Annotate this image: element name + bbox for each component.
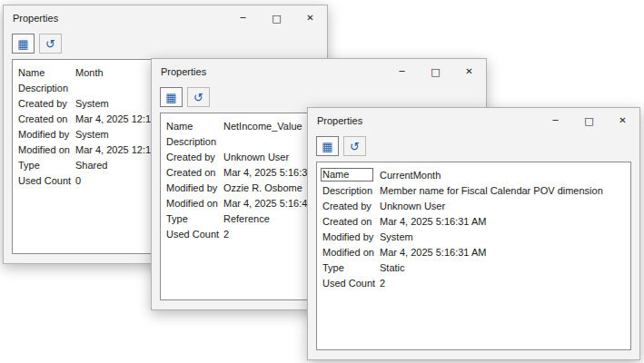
property-label: Modified on (320, 247, 380, 258)
window-controls: ─ □ ✕ (226, 5, 327, 31)
property-label: Used Count (15, 175, 75, 186)
history-icon[interactable]: ↺ (39, 34, 62, 54)
property-row[interactable]: Modified bySystem (320, 229, 628, 244)
maximize-icon[interactable]: □ (419, 59, 452, 84)
property-row[interactable]: Modified onMar 4, 2025 5:16:31 AM (320, 244, 628, 260)
property-label: Used Count (320, 278, 380, 289)
history-icon[interactable]: ↺ (187, 87, 210, 107)
properties-panel: NameCurrentMonth DescriptionMember name … (316, 162, 631, 350)
property-value[interactable]: Static (380, 262, 628, 273)
property-row[interactable]: Created onMar 4, 2025 5:16:31 AM (320, 213, 628, 229)
property-label: Description (163, 136, 223, 147)
property-row[interactable]: TypeStatic (320, 260, 628, 275)
close-icon[interactable]: ✕ (452, 59, 486, 84)
property-value[interactable]: System (380, 231, 628, 242)
property-label: Modified by (320, 231, 380, 242)
history-icon[interactable]: ↺ (343, 136, 366, 156)
property-row[interactable]: DescriptionMember name for Fiscal Calend… (320, 182, 628, 198)
toolbar: ▦ ↺ (308, 133, 639, 159)
property-label: Created on (163, 167, 223, 178)
property-value[interactable]: Mar 4, 2025 5:16:31 AM (380, 216, 628, 227)
window-title: Properties (317, 115, 362, 126)
property-label: Modified by (163, 182, 223, 193)
maximize-icon[interactable]: □ (260, 5, 293, 31)
property-value[interactable]: Member name for Fiscal Calendar POV dime… (380, 185, 628, 196)
property-value[interactable]: CurrentMonth (380, 170, 628, 181)
window-title: Properties (161, 66, 206, 77)
property-label: Modified on (163, 198, 223, 209)
property-label: Description (15, 83, 75, 93)
property-label: Name (163, 121, 223, 132)
close-icon[interactable]: ✕ (293, 5, 327, 31)
titlebar[interactable]: Properties ─ □ ✕ (4, 5, 327, 31)
property-label: Created on (320, 216, 380, 227)
property-value[interactable]: Mar 4, 2025 5:16:31 AM (380, 247, 628, 258)
property-label: Description (320, 185, 380, 196)
property-label: Created by (320, 201, 380, 211)
toolbar: ▦ ↺ (152, 84, 486, 110)
properties-window-currentmonth: Properties ─ □ ✕ ▦ ↺ NameCurrentMonth De… (307, 107, 640, 360)
property-label: Type (15, 160, 75, 171)
property-label: Modified by (15, 129, 75, 140)
property-value[interactable]: Unknown User (380, 201, 628, 211)
minimize-icon[interactable]: ─ (385, 59, 419, 84)
properties-grid-icon[interactable]: ▦ (316, 136, 339, 156)
property-value[interactable]: 2 (380, 278, 628, 289)
titlebar[interactable]: Properties ─ □ ✕ (152, 59, 486, 84)
property-label: Name (15, 67, 75, 78)
properties-grid-icon[interactable]: ▦ (160, 87, 183, 107)
close-icon[interactable]: ✕ (606, 108, 639, 133)
toolbar: ▦ ↺ (4, 31, 327, 56)
property-label: Name (320, 168, 380, 182)
property-label: Type (320, 262, 380, 273)
property-label: Type (163, 213, 223, 224)
window-controls: ─ □ ✕ (539, 108, 639, 133)
property-label: Created by (163, 152, 223, 162)
maximize-icon[interactable]: □ (572, 108, 606, 133)
property-label: Created on (15, 113, 75, 124)
titlebar[interactable]: Properties ─ □ ✕ (308, 108, 639, 133)
property-label: Modified on (15, 144, 75, 155)
property-row[interactable]: NameCurrentMonth (320, 167, 628, 182)
window-title: Properties (13, 13, 58, 24)
property-row[interactable]: Used Count2 (320, 275, 628, 290)
property-row[interactable]: Created byUnknown User (320, 198, 628, 213)
minimize-icon[interactable]: ─ (226, 5, 260, 31)
minimize-icon[interactable]: ─ (539, 108, 572, 133)
property-label: Created by (15, 98, 75, 109)
property-label: Used Count (163, 229, 223, 240)
properties-grid-icon[interactable]: ▦ (12, 34, 35, 54)
desktop: Properties ─ □ ✕ ▦ ↺ NameMonth Descripti… (0, 0, 644, 363)
window-controls: ─ □ ✕ (385, 59, 486, 84)
